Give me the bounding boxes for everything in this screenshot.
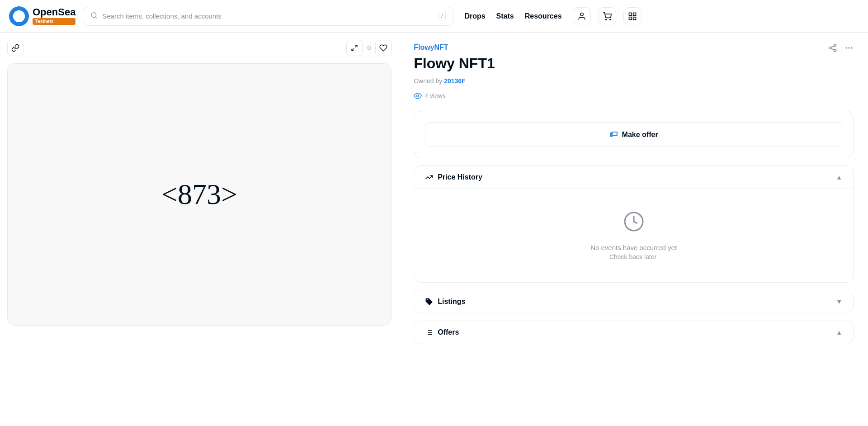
nft-token-display: <873> [161, 178, 237, 211]
listings-header-left: Listings [425, 298, 465, 306]
logo-area: OpenSea Testnets [9, 6, 75, 26]
views-row: 4 views [414, 92, 854, 100]
nav-resources[interactable]: Resources [525, 12, 562, 20]
nav-links: Drops Stats Resources [464, 12, 561, 20]
listings-tag-icon [425, 298, 433, 306]
price-history-chevron: ▲ [836, 174, 842, 181]
svg-line-12 [831, 48, 834, 50]
logo-text: OpenSea [33, 7, 75, 17]
offer-section: 🏷 Make offer [414, 111, 854, 158]
chain-link-button[interactable] [7, 40, 24, 56]
listings-card: Listings ▼ [414, 290, 854, 313]
views-count: 4 views [425, 92, 446, 99]
svg-point-10 [830, 47, 832, 49]
listings-label: Listings [438, 298, 465, 306]
collection-name[interactable]: FlowyNFT [414, 43, 854, 52]
offers-chevron: ▲ [836, 329, 842, 336]
svg-point-0 [91, 13, 96, 18]
offers-list-icon [425, 328, 433, 336]
svg-point-3 [605, 19, 606, 20]
top-right-actions: 0 [346, 40, 392, 56]
offers-header[interactable]: Offers ▲ [414, 321, 853, 344]
price-history-label: Price History [438, 173, 482, 181]
search-icon [90, 12, 98, 21]
price-history-content: No events have occurred yet Check back l… [414, 189, 853, 282]
slash-shortcut: / [438, 12, 446, 20]
svg-rect-6 [633, 13, 636, 15]
svg-point-2 [580, 13, 583, 16]
no-events-title: No events have occurred yet [590, 244, 677, 251]
favorite-button[interactable] [375, 40, 392, 56]
right-panel-actions [828, 43, 854, 55]
svg-rect-5 [629, 13, 632, 15]
svg-point-16 [851, 47, 852, 48]
listings-chevron: ▼ [836, 298, 842, 305]
nav-drops[interactable]: Drops [464, 12, 485, 20]
svg-point-11 [834, 49, 836, 52]
right-panel: FlowyNFT Flowy NFT1 Owned by 20136F 4 vi… [399, 33, 868, 426]
opensea-logo-icon[interactable] [9, 6, 29, 26]
price-history-card: Price History ▲ No events have occurred … [414, 166, 854, 283]
search-input[interactable] [102, 12, 433, 20]
price-history-header[interactable]: Price History ▲ [414, 166, 853, 189]
svg-point-4 [609, 19, 610, 20]
svg-point-9 [834, 44, 836, 47]
svg-point-17 [417, 95, 419, 97]
more-options-button[interactable] [844, 43, 854, 55]
no-events-subtitle: Check back later. [609, 253, 658, 260]
owned-by: Owned by 20136F [414, 77, 854, 85]
fullscreen-button[interactable] [346, 40, 363, 56]
main-content: 0 <873> FlowyNFT Flowy NFT1 Owned by 201… [0, 33, 868, 426]
more-button[interactable] [623, 7, 642, 25]
left-view-count: 0 [367, 44, 371, 52]
left-panel: 0 <873> [0, 33, 399, 426]
share-button[interactable] [828, 43, 837, 55]
offer-tag-icon: 🏷 [609, 130, 618, 139]
views-icon [414, 92, 422, 100]
nft-image: <873> [7, 63, 392, 326]
offers-card: Offers ▲ [414, 321, 854, 344]
left-panel-actions: 0 [7, 40, 392, 56]
logo-text-wrap: OpenSea Testnets [33, 7, 75, 25]
offers-label: Offers [438, 328, 459, 336]
nav-icons [573, 7, 642, 25]
offers-header-left: Offers [425, 328, 459, 336]
svg-line-13 [831, 46, 834, 47]
make-offer-button[interactable]: 🏷 Make offer [425, 122, 842, 147]
svg-rect-7 [633, 17, 636, 19]
account-button[interactable] [573, 7, 591, 25]
svg-rect-8 [629, 17, 632, 19]
testnets-badge: Testnets [33, 18, 75, 25]
cart-button[interactable] [598, 7, 616, 25]
header: OpenSea Testnets / Drops Stats Resources [0, 0, 868, 33]
owner-address[interactable]: 20136F [444, 77, 465, 85]
svg-line-1 [95, 17, 97, 18]
owned-by-label: Owned by [414, 77, 442, 85]
search-bar: / [83, 7, 453, 26]
price-history-header-left: Price History [425, 173, 482, 181]
make-offer-label: Make offer [622, 131, 658, 139]
svg-point-14 [846, 47, 847, 48]
svg-point-15 [848, 47, 849, 48]
nav-stats[interactable]: Stats [496, 12, 514, 20]
search-bar-inner: / [83, 7, 453, 26]
nft-title: Flowy NFT1 [414, 55, 854, 72]
listings-header[interactable]: Listings ▼ [414, 290, 853, 313]
price-history-icon [425, 173, 433, 181]
clock-icon [623, 211, 645, 237]
